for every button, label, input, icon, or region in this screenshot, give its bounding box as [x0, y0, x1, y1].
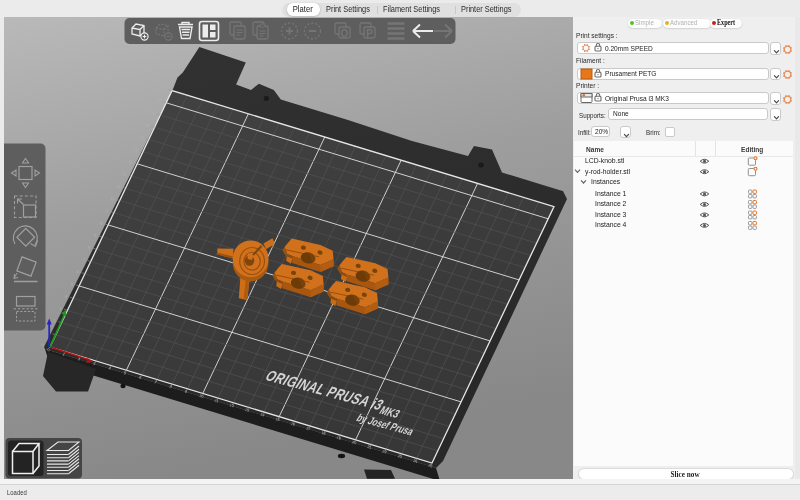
svg-text:P: P	[366, 28, 373, 39]
svg-text:O: O	[341, 28, 349, 39]
